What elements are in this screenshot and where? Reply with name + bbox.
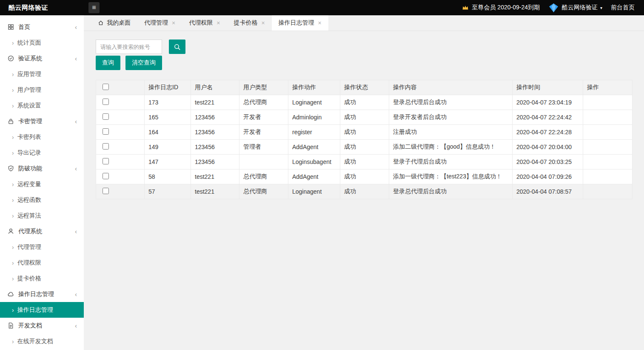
table-cell: 2020-04-04 07:09:26	[513, 169, 583, 184]
sidebar-item[interactable]: ›用户管理	[0, 82, 84, 98]
search-input[interactable]	[96, 40, 162, 54]
sidebar-section-label: 开发文档	[18, 322, 42, 330]
front-home-link[interactable]: 前台首页	[611, 4, 635, 11]
account-menu[interactable]: 酷云网络验证 ▾	[548, 3, 602, 13]
sidebar-item[interactable]: ›远程变量	[0, 176, 84, 192]
table-cell: 164	[145, 125, 191, 140]
sidebar-section-label: 代理系统	[18, 228, 42, 235]
table-cell: 登录子代理后台成功	[389, 155, 513, 169]
search-button[interactable]	[169, 40, 185, 54]
sidebar-item[interactable]: ›远程算法	[0, 208, 84, 223]
chevron-right-icon: ›	[12, 260, 14, 266]
row-checkbox[interactable]	[103, 158, 109, 164]
table-header-row: 操作日志ID用户名用户类型操作动作操作状态操作内容操作时间操作	[96, 80, 633, 95]
tab-close-icon[interactable]: ×	[172, 20, 175, 26]
chevron-collapse-icon: ‹	[75, 23, 77, 31]
sidebar-item[interactable]: ›代理权限	[0, 255, 84, 271]
chevron-right-icon: ›	[12, 212, 14, 219]
table-cell	[583, 125, 633, 140]
select-all-checkbox[interactable]	[103, 84, 109, 90]
row-checkbox[interactable]	[103, 143, 109, 150]
tab-label: 代理权限	[189, 19, 213, 27]
tab-3[interactable]: 代理权限×	[182, 15, 227, 31]
table-cell	[583, 184, 633, 199]
table-cell: test221	[191, 169, 239, 184]
row-checkbox-cell	[96, 184, 145, 199]
tab-5[interactable]: 操作日志管理×	[272, 15, 328, 31]
sidebar-item[interactable]: ›系统设置	[0, 98, 84, 113]
table-cell: 58	[145, 169, 191, 184]
sidebar-item-label: 远程算法	[17, 212, 41, 220]
account-name: 酷云网络验证	[562, 4, 598, 11]
tab-close-icon[interactable]: ×	[318, 20, 322, 26]
table-cell: register	[288, 125, 340, 140]
table-cell: 2020-04-04 07:08:57	[513, 184, 583, 199]
sidebar-item[interactable]: ›应用管理	[0, 66, 84, 82]
query-button[interactable]: 查询	[96, 56, 120, 70]
user-icon	[8, 228, 14, 234]
table-cell: 123456	[191, 140, 239, 155]
clear-query-button[interactable]: 清空查询	[125, 56, 162, 70]
vip-status[interactable]: 至尊会员 2020-09-24到期	[462, 4, 540, 11]
table-cell: 成功	[340, 184, 389, 199]
header-checkbox-cell	[96, 80, 145, 95]
sidebar-item-label: 提卡价格	[17, 275, 41, 282]
table-cell	[239, 155, 288, 169]
tab-close-icon[interactable]: ×	[261, 20, 265, 26]
sidebar-section-label: 验证系统	[18, 55, 42, 62]
sidebar-item[interactable]: ›远程函数	[0, 192, 84, 208]
tab-label: 提卡价格	[234, 19, 257, 27]
table-cell: 2020-04-07 20:03:25	[513, 155, 583, 169]
sidebar-item[interactable]: ›操作日志管理	[0, 302, 84, 318]
sidebar-section-2[interactable]: 验证系统‹	[0, 51, 84, 66]
hamburger-menu-icon[interactable]: ≡	[88, 2, 100, 13]
sidebar-item[interactable]: ›卡密列表	[0, 129, 84, 145]
table-cell: 登录总代理后台成功	[389, 184, 513, 199]
chevron-right-icon: ›	[12, 40, 14, 46]
sidebar-item-label: 系统设置	[17, 102, 41, 110]
table-cell: 成功	[340, 110, 389, 125]
table-cell: 成功	[340, 169, 389, 184]
chevron-collapse-icon: ‹	[75, 118, 77, 125]
chevron-collapse-icon: ‹	[75, 322, 77, 329]
row-checkbox[interactable]	[103, 99, 109, 105]
tab-1[interactable]: 我的桌面	[91, 15, 137, 31]
table-cell	[583, 140, 633, 155]
row-checkbox-cell	[96, 95, 145, 110]
table-cell: 登录开发者后台成功	[389, 110, 513, 125]
sidebar-item-label: 远程变量	[17, 181, 41, 188]
sidebar-section-7[interactable]: 开发文档‹	[0, 318, 84, 333]
chevron-collapse-icon: ‹	[75, 165, 77, 172]
sidebar-item[interactable]: ›导出记录	[0, 145, 84, 161]
sidebar-item[interactable]: ›提卡价格	[0, 271, 84, 286]
chevron-right-icon: ›	[12, 244, 14, 251]
tab-2[interactable]: 代理管理×	[137, 15, 182, 31]
row-checkbox[interactable]	[103, 173, 109, 179]
table-cell: 添加一级代理商：【test223】信息成功！	[389, 169, 513, 184]
table-cell: Loginsubagent	[288, 155, 340, 169]
app-title: 酷云网络验证	[0, 4, 84, 12]
table-cell: 总代理商	[239, 184, 288, 199]
table-cell: Adminlogin	[288, 110, 340, 125]
table-cell	[583, 110, 633, 125]
sidebar-section-6[interactable]: 操作日志管理‹	[0, 286, 84, 302]
row-checkbox[interactable]	[103, 113, 109, 120]
tab-label: 操作日志管理	[279, 19, 314, 27]
column-header: 操作内容	[389, 80, 513, 95]
tab-4[interactable]: 提卡价格×	[227, 15, 271, 31]
sidebar-section-1[interactable]: 首页‹	[0, 19, 84, 35]
table-cell: 2020-04-07 22:24:42	[513, 110, 583, 125]
sidebar-section-5[interactable]: 代理系统‹	[0, 223, 84, 239]
sidebar-section-4[interactable]: 防破功能‹	[0, 161, 84, 176]
row-checkbox[interactable]	[103, 188, 109, 194]
sidebar-item[interactable]: ›统计页面	[0, 35, 84, 51]
table-cell: 添加二级代理商：【good】信息成功！	[389, 140, 513, 155]
topbar-right: 至尊会员 2020-09-24到期 酷云网络验证 ▾ 前台首页	[453, 3, 644, 13]
sidebar-item[interactable]: ›在线开发文档	[0, 333, 84, 349]
tab-close-icon[interactable]: ×	[217, 20, 220, 26]
sidebar-section-3[interactable]: 卡密管理‹	[0, 113, 84, 129]
table-cell: AddAgent	[288, 169, 340, 184]
row-checkbox[interactable]	[103, 128, 109, 135]
sidebar-item[interactable]: ›代理管理	[0, 239, 84, 255]
table-cell: 149	[145, 140, 191, 155]
